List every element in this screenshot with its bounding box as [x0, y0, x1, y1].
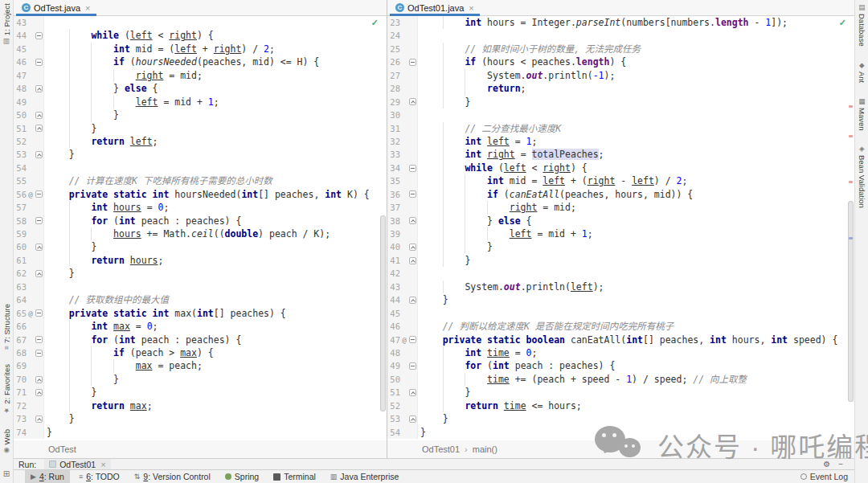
editor-gutter[interactable]: 44: [14, 29, 44, 42]
code-line[interactable]: 33int right = totalPeaches;: [387, 148, 854, 161]
editor-gutter[interactable]: 47@: [387, 334, 418, 346]
fold-close-icon[interactable]: [35, 415, 43, 423]
error-stripe-mark[interactable]: [849, 237, 853, 239]
editor-gutter[interactable]: 46: [387, 320, 418, 333]
code-line[interactable]: 56@private static int hoursNeeded(int[] …: [14, 188, 387, 201]
fold-close-icon[interactable]: [409, 257, 416, 264]
editor-gutter[interactable]: 71: [14, 386, 44, 399]
code-line[interactable]: 51}: [387, 386, 854, 399]
code-line[interactable]: 46if (hoursNeeded(peaches, mid) <= H) {: [14, 55, 387, 68]
code-line[interactable]: 26if (hours < peaches.length) {: [387, 55, 854, 68]
tab-odtest-java[interactable]: C OdTest.java ×: [16, 0, 96, 15]
toolwindow-button-java-enterprise[interactable]: ▥Java Enterprise: [325, 470, 404, 483]
editor-gutter[interactable]: 23: [387, 16, 418, 29]
editor-gutter[interactable]: 52: [14, 135, 44, 148]
editor-gutter[interactable]: 56@: [14, 188, 44, 201]
stripe-item-database[interactable]: ▤Database: [858, 3, 866, 47]
breadcrumb-item[interactable]: main(): [473, 444, 497, 454]
code-editor-right[interactable]: 23int hours = Integer.parseInt(numbers[n…: [387, 16, 854, 440]
editor-gutter[interactable]: 41: [387, 254, 418, 267]
editor-gutter[interactable]: 74: [14, 426, 44, 439]
code-line[interactable]: 34while (left < right) {: [387, 162, 854, 174]
error-stripe-mark[interactable]: [849, 135, 853, 137]
fold-open-icon[interactable]: [35, 190, 43, 198]
editor-gutter[interactable]: 64: [14, 293, 44, 306]
code-line[interactable]: 69max = peach;: [14, 359, 387, 372]
code-line[interactable]: 43System.out.println(left);: [387, 280, 854, 293]
stripe-item-bean-validation[interactable]: ◈Bean Validation: [858, 145, 866, 208]
fold-open-icon[interactable]: [409, 336, 416, 343]
code-line[interactable]: 49for (int peach : peaches) {: [387, 359, 854, 372]
scrollbar-thumb[interactable]: [380, 215, 386, 411]
close-icon[interactable]: ×: [469, 3, 473, 13]
editor-gutter[interactable]: 43: [14, 16, 44, 29]
stripe-item-project[interactable]: ▥1: Project: [2, 3, 11, 46]
code-line[interactable]: 29}: [387, 96, 854, 108]
editor-gutter[interactable]: 52: [387, 399, 418, 412]
toolwindow-button-terminal[interactable]: Terminal: [268, 470, 321, 483]
fold-open-icon[interactable]: [35, 32, 43, 39]
code-line[interactable]: 68if (peach > max) {: [14, 346, 387, 359]
editor-gutter[interactable]: 62: [14, 267, 44, 280]
code-line[interactable]: 64// 获取数组中的最大值: [14, 293, 387, 306]
editor-gutter[interactable]: 39: [387, 227, 418, 240]
editor-gutter[interactable]: 54: [14, 162, 44, 174]
fold-close-icon[interactable]: [409, 389, 416, 396]
fold-close-icon[interactable]: [409, 415, 416, 423]
code-line[interactable]: 71}: [14, 386, 387, 399]
code-line[interactable]: 50time += (peach + speed - 1) / speed; /…: [387, 373, 854, 386]
scrollbar-thumb[interactable]: [848, 201, 854, 402]
code-line[interactable]: 52return time <= hours;: [387, 399, 854, 412]
code-line[interactable]: 47right = mid;: [14, 69, 387, 82]
code-line[interactable]: 36if (canEatAll(peaches, hours, mid)) {: [387, 188, 854, 201]
editor-gutter[interactable]: 61: [14, 254, 44, 267]
editor-gutter[interactable]: 57: [14, 201, 44, 214]
code-line[interactable]: 32int left = 1;: [387, 135, 854, 148]
event-log-button[interactable]: Event Log: [800, 472, 848, 481]
editor-gutter[interactable]: 60: [14, 240, 44, 253]
editor-gutter[interactable]: 33: [387, 148, 418, 161]
code-editor-left[interactable]: 4344while (left < right) {45int mid = (l…: [14, 16, 387, 440]
code-line[interactable]: 30: [387, 108, 854, 121]
editor-gutter[interactable]: 44: [387, 293, 418, 306]
breadcrumb[interactable]: OdTest: [14, 440, 387, 458]
code-line[interactable]: 59hours += Math.ceil((double) peach / K)…: [14, 227, 387, 240]
editor-gutter[interactable]: 69: [14, 359, 44, 372]
code-line[interactable]: 70}: [14, 373, 387, 386]
code-line[interactable]: 24: [387, 29, 854, 42]
fold-close-icon[interactable]: [35, 85, 43, 92]
code-line[interactable]: 41}: [387, 254, 854, 267]
editor-gutter[interactable]: 47: [14, 69, 44, 82]
editor-gutter[interactable]: 50: [387, 373, 418, 386]
editor-gutter[interactable]: 45: [387, 307, 418, 320]
fold-close-icon[interactable]: [35, 376, 43, 383]
fold-close-icon[interactable]: [35, 112, 43, 119]
editor-gutter[interactable]: 42: [387, 267, 418, 280]
code-line[interactable]: 61return hours;: [14, 254, 387, 267]
code-line[interactable]: 54}: [387, 426, 854, 439]
fold-close-icon[interactable]: [409, 217, 416, 224]
editor-gutter[interactable]: 53: [14, 148, 44, 161]
code-line[interactable]: 52return left;: [14, 135, 387, 148]
editor-gutter[interactable]: 67: [14, 334, 44, 346]
code-line[interactable]: 43: [14, 16, 387, 29]
code-line[interactable]: 27System.out.println(-1);: [387, 69, 854, 82]
close-icon[interactable]: ×: [85, 3, 90, 13]
breadcrumb-item[interactable]: OdTest: [48, 444, 76, 454]
editor-gutter[interactable]: 53: [387, 412, 418, 425]
fold-open-icon[interactable]: [35, 59, 43, 66]
editor-gutter[interactable]: 55: [14, 174, 44, 187]
breadcrumb[interactable]: OdTest01›main(): [387, 440, 854, 458]
stripe-item-favorites[interactable]: ★2: Favorites: [2, 364, 11, 415]
editor-gutter[interactable]: 30: [387, 108, 418, 121]
editor-gutter[interactable]: 40: [387, 240, 418, 253]
code-line[interactable]: 35int mid = left + (right - left) / 2;: [387, 174, 854, 187]
stripe-item-ant[interactable]: ◆Ant: [858, 61, 866, 83]
code-line[interactable]: 67for (int peach : peaches) {: [14, 334, 387, 346]
toolwindow-button-version-control[interactable]: ⇅9: Version Control: [129, 470, 216, 483]
fold-close-icon[interactable]: [35, 270, 43, 277]
editor-gutter[interactable]: 68: [14, 346, 44, 359]
editor-gutter[interactable]: 26: [387, 55, 418, 68]
editor-gutter[interactable]: 25: [387, 43, 418, 55]
editor-gutter[interactable]: 63: [14, 280, 44, 293]
